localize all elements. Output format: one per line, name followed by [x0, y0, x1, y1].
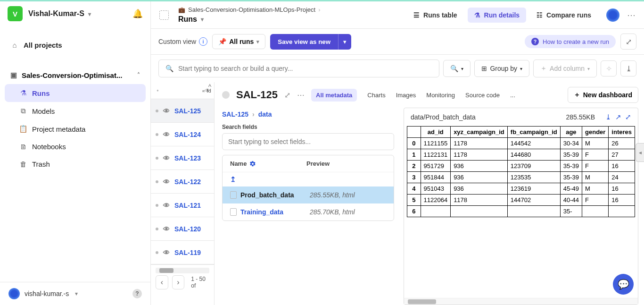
sidebar-item-notebooks[interactable]: 🗎 Notebooks — [0, 138, 150, 155]
file-row[interactable]: Training_data285.70KB, html — [223, 203, 394, 220]
table-header: age — [560, 127, 582, 138]
tab-run-details[interactable]: ⚗ Run details — [468, 8, 526, 23]
user-avatar-top[interactable] — [606, 8, 619, 22]
export-button[interactable]: ⤓ — [620, 60, 636, 76]
group-by-button[interactable]: ⊞ Group by ▾ — [474, 60, 529, 77]
table-header — [407, 127, 421, 138]
run-id-link[interactable]: SAL-121 — [174, 202, 201, 209]
chevron-down-icon[interactable]: ▾ — [75, 290, 78, 297]
runs-dropdown[interactable]: Runs ▾ — [178, 15, 321, 24]
table-cell: 1 — [407, 149, 421, 161]
info-icon[interactable]: i — [199, 37, 207, 46]
file-row[interactable]: Prod_batch_data285.55KB, html — [223, 186, 394, 203]
layout-toggle-icon[interactable] — [159, 10, 169, 20]
run-id-link[interactable]: SAL-122 — [174, 178, 201, 186]
table-cell — [451, 206, 508, 217]
table-cell: 936 — [451, 183, 508, 195]
breadcrumb[interactable]: 💼 Sales-Conversion-Optimisation-MLOps-Pr… — [178, 6, 321, 13]
status-dot-icon — [156, 251, 158, 254]
tab-monitoring[interactable]: Monitoring — [426, 92, 455, 99]
gear-icon[interactable] — [249, 161, 256, 167]
scrollbar[interactable] — [156, 268, 209, 273]
avatar-icon[interactable] — [8, 288, 20, 299]
breadcrumb-run[interactable]: SAL-125 — [222, 110, 248, 118]
more-icon[interactable]: ⋯ — [627, 10, 636, 20]
run-id-link[interactable]: SAL-125 — [174, 107, 201, 115]
expand-icon[interactable]: ⤢ — [284, 91, 290, 100]
side-handle[interactable]: ◂ — [636, 143, 644, 162]
next-page-button[interactable]: › — [172, 275, 185, 289]
search-options-button[interactable]: 🔍 ▾ — [443, 60, 471, 77]
search-fields-box[interactable] — [222, 133, 394, 150]
sidebar-item-runs[interactable]: ⚗ Runs — [5, 84, 146, 102]
search-input-box[interactable]: 🔍 — [158, 59, 439, 77]
tab-all-metadata[interactable]: All metadata — [311, 89, 357, 102]
sidebar-item-metadata[interactable]: 📋 Project metadata — [0, 120, 150, 138]
add-column-button[interactable]: ＋ Add column ▾ — [533, 59, 597, 77]
username-label[interactable]: Vishal-Kumar-S ▾ — [28, 9, 127, 18]
run-id-link[interactable]: SAL-123 — [174, 154, 201, 162]
tab-charts[interactable]: Charts — [367, 92, 385, 99]
run-row[interactable]: 👁SAL-124 — [151, 123, 214, 146]
suggest-button[interactable]: ✧ — [601, 60, 617, 76]
open-external-icon[interactable]: ↗ — [615, 113, 621, 121]
content: 💼 Sales-Conversion-Optimisation-MLOps-Pr… — [151, 1, 644, 305]
collapse-button[interactable]: ⤢ — [620, 34, 636, 50]
save-view-button[interactable]: Save view as new — [270, 34, 338, 50]
new-dashboard-button[interactable]: ＋ New dashboard — [568, 87, 638, 103]
files-header-name[interactable]: Name — [230, 160, 247, 167]
tab-runs-table[interactable]: ☰ Runs table — [407, 8, 464, 23]
preview-scrollbar[interactable] — [404, 298, 638, 305]
prev-page-button[interactable]: ‹ — [156, 275, 168, 289]
run-id-link[interactable]: SAL-124 — [174, 131, 201, 138]
tab-compare-runs[interactable]: ☷ Compare runs — [530, 8, 598, 23]
search-icon: 🔍 — [165, 65, 173, 72]
save-view-dropdown[interactable]: ▾ — [338, 34, 351, 50]
search-fields-input[interactable] — [228, 138, 388, 145]
tab-images[interactable]: Images — [396, 92, 416, 99]
run-id-link[interactable]: SAL-120 — [174, 225, 201, 233]
file-preview: 285.70KB, html — [310, 208, 355, 216]
run-id-link[interactable]: SAL-119 — [174, 249, 201, 256]
help-icon[interactable]: ? — [132, 289, 142, 298]
run-row[interactable]: 👁SAL-120 — [151, 217, 214, 241]
chat-fab[interactable]: 💬 — [613, 274, 634, 295]
tab-more[interactable]: ... — [510, 92, 515, 99]
eye-slash-icon[interactable]: 👁 — [163, 131, 170, 138]
user-avatar[interactable]: V — [8, 6, 23, 21]
run-row[interactable]: 👁SAL-122 — [151, 170, 214, 194]
tab-source-code[interactable]: Source code — [465, 92, 500, 99]
run-row[interactable]: 👁SAL-125 — [151, 99, 214, 123]
files-header-preview: Preview — [306, 160, 330, 167]
search-input[interactable] — [178, 65, 432, 72]
eye-slash-icon[interactable]: 👁 — [163, 202, 170, 209]
breadcrumb-data[interactable]: data — [258, 110, 272, 118]
run-row[interactable]: 👁SAL-119 — [151, 241, 214, 264]
nav-project[interactable]: ▣ Sales-Conversion-Optimisat... ˄ — [0, 66, 150, 84]
more-icon[interactable]: ⋯ — [297, 91, 305, 100]
fullscreen-icon[interactable]: ⤢ — [625, 113, 631, 121]
data-table-wrap[interactable]: ad_idxyz_campaign_idfb_campaign_idagegen… — [404, 126, 638, 298]
eye-slash-icon[interactable]: 👁 — [163, 249, 170, 256]
fields-column: SAL-125 › data Search fields Name — [222, 108, 394, 305]
files-up-row[interactable]: ↥ — [223, 172, 394, 186]
table-cell — [507, 206, 560, 217]
file-name: Prod_batch_data — [240, 191, 294, 199]
id-header[interactable]: A ∝Id — [202, 83, 211, 93]
bell-icon[interactable]: 🔔 — [132, 8, 143, 19]
table-cell: 1178 — [451, 195, 508, 206]
how-to-pill[interactable]: ? How to create a new run — [525, 35, 616, 48]
sidebar-item-trash[interactable]: 🗑 Trash — [0, 155, 150, 173]
run-row[interactable]: 👁SAL-121 — [151, 194, 214, 217]
eye-slash-icon[interactable]: 👁 — [163, 178, 170, 186]
run-row[interactable]: 👁SAL-123 — [151, 146, 214, 170]
download-icon[interactable]: ⤓ — [605, 113, 611, 121]
eye-slash-icon[interactable]: 👁 — [163, 225, 170, 233]
all-runs-button[interactable]: 📌 All runs ▾ — [212, 34, 265, 49]
eye-slash-icon[interactable]: 👁 — [163, 107, 170, 115]
table-cell: 16 — [609, 161, 635, 172]
bottom-username[interactable]: vishal-kumar.-s — [25, 290, 70, 297]
sidebar-item-models[interactable]: ⧉ Models — [0, 102, 150, 120]
nav-all-projects[interactable]: ⌂ All projects — [0, 36, 150, 54]
eye-slash-icon[interactable]: 👁 — [163, 154, 170, 162]
